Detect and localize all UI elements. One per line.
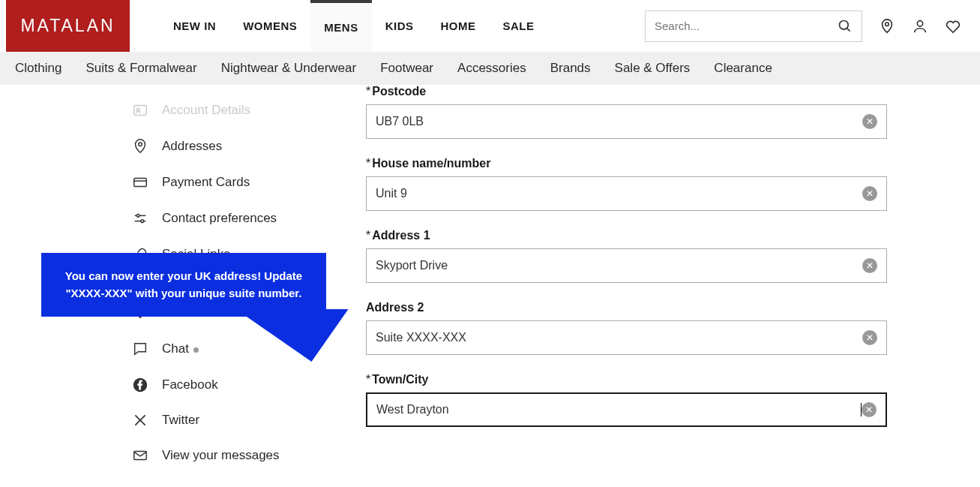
address1-input[interactable] xyxy=(376,259,862,272)
clear-icon[interactable]: ✕ xyxy=(862,402,877,417)
field-house: House name/number ✕ xyxy=(366,157,887,211)
field-postcode: Postcode ✕ xyxy=(366,85,887,139)
sidebar-item-label: Facebook xyxy=(162,377,218,392)
svg-point-12 xyxy=(141,220,144,223)
field-address1: Address 1 ✕ xyxy=(366,229,887,283)
search-input[interactable] xyxy=(655,20,838,32)
subnav-nightwear[interactable]: Nightwear & Underwear xyxy=(221,61,356,76)
address1-label: Address 1 xyxy=(366,229,887,242)
sliders-icon xyxy=(132,210,148,227)
search-icon[interactable] xyxy=(838,19,853,34)
clear-icon[interactable]: ✕ xyxy=(862,330,877,345)
postcode-input-wrap[interactable]: ✕ xyxy=(366,104,887,139)
clear-icon[interactable]: ✕ xyxy=(862,186,877,201)
content: You can now enter your UK address! Updat… xyxy=(0,85,980,487)
nav-mens[interactable]: MENS xyxy=(310,0,371,52)
house-input-wrap[interactable]: ✕ xyxy=(366,176,887,211)
sidebar-item-addresses[interactable]: Addresses xyxy=(96,128,317,164)
subnav-clothing[interactable]: Clothing xyxy=(15,61,61,76)
nav-new-in[interactable]: NEW IN xyxy=(160,0,229,52)
sidebar-item-label: Twitter xyxy=(162,413,199,428)
svg-line-1 xyxy=(847,28,850,31)
address2-input-wrap[interactable]: ✕ xyxy=(366,320,887,355)
nav-sale[interactable]: SALE xyxy=(490,0,548,52)
sidebar-item-twitter[interactable]: Twitter xyxy=(96,403,317,437)
sidebar-item-label: Addresses xyxy=(162,139,222,154)
house-label: House name/number xyxy=(366,157,887,170)
heart-icon[interactable] xyxy=(945,18,961,35)
x-twitter-icon xyxy=(132,413,148,428)
postcode-label: Postcode xyxy=(366,85,887,98)
sidebar-item-label: Account Details xyxy=(162,103,250,118)
address2-input[interactable] xyxy=(376,331,862,344)
location-icon[interactable] xyxy=(879,18,895,35)
subnav-suits[interactable]: Suits & Formalwear xyxy=(85,61,196,76)
sidebar-item-label: Payment Cards xyxy=(162,175,250,190)
town-city-input[interactable] xyxy=(376,403,862,416)
svg-rect-7 xyxy=(134,179,147,187)
facebook-icon xyxy=(132,377,148,393)
credit-card-icon xyxy=(132,174,148,191)
svg-rect-4 xyxy=(134,106,147,116)
search-box[interactable] xyxy=(645,11,862,42)
status-dot-icon xyxy=(193,347,199,353)
chat-icon xyxy=(132,341,148,357)
sidebar-item-contact-prefs[interactable]: Contact preferences xyxy=(96,200,317,236)
sidebar-item-account-details[interactable]: Account Details xyxy=(96,92,317,128)
header: MATALAN NEW IN WOMENS MENS KIDS HOME SAL… xyxy=(0,0,980,52)
sidebar-item-label: View your messages xyxy=(162,448,280,463)
address2-label: Address 2 xyxy=(366,301,887,314)
clear-icon[interactable]: ✕ xyxy=(862,114,877,129)
svg-point-0 xyxy=(840,20,849,29)
sidebar-item-payment-cards[interactable]: Payment Cards xyxy=(96,164,317,200)
town-city-input-wrap[interactable]: ✕ xyxy=(366,392,887,427)
location-pin-icon xyxy=(132,138,148,155)
town-city-label: Town/City xyxy=(366,373,887,386)
field-town-city: Town/City ✕ xyxy=(366,373,887,427)
address1-input-wrap[interactable]: ✕ xyxy=(366,248,887,283)
subnav-footwear[interactable]: Footwear xyxy=(380,61,433,76)
sidebar-item-facebook[interactable]: Facebook xyxy=(96,367,317,403)
subnav-clearance[interactable]: Clearance xyxy=(714,61,772,76)
svg-rect-17 xyxy=(134,452,147,460)
postcode-input[interactable] xyxy=(376,115,862,128)
sub-nav: Clothing Suits & Formalwear Nightwear & … xyxy=(0,52,980,85)
field-address2: Address 2 ✕ xyxy=(366,301,887,355)
header-right xyxy=(645,11,980,42)
envelope-icon xyxy=(132,447,148,464)
sidebar-item-label: Contact preferences xyxy=(162,211,277,226)
svg-point-2 xyxy=(886,22,889,26)
subnav-sale-offers[interactable]: Sale & Offers xyxy=(615,61,691,76)
clear-icon[interactable]: ✕ xyxy=(862,258,877,273)
svg-point-3 xyxy=(917,20,922,26)
nav-kids[interactable]: KIDS xyxy=(372,0,427,52)
logo[interactable]: MATALAN xyxy=(6,0,130,52)
user-card-icon xyxy=(132,102,148,119)
subnav-accessories[interactable]: Accessories xyxy=(457,61,526,76)
svg-point-6 xyxy=(139,143,142,146)
instruction-tooltip: You can now enter your UK address! Updat… xyxy=(41,253,326,317)
nav-womens[interactable]: WOMENS xyxy=(229,0,310,52)
sidebar-item-messages[interactable]: View your messages xyxy=(96,437,317,473)
address-form: Postcode ✕ House name/number ✕ Address 1… xyxy=(317,85,895,487)
sidebar-item-label: Chat xyxy=(162,341,199,356)
subnav-brands[interactable]: Brands xyxy=(550,61,591,76)
svg-point-11 xyxy=(136,215,139,218)
nav-home[interactable]: HOME xyxy=(427,0,490,52)
account-icon[interactable] xyxy=(912,18,928,35)
house-input[interactable] xyxy=(376,187,862,200)
svg-point-5 xyxy=(136,108,139,111)
main-nav: NEW IN WOMENS MENS KIDS HOME SALE xyxy=(160,0,548,52)
